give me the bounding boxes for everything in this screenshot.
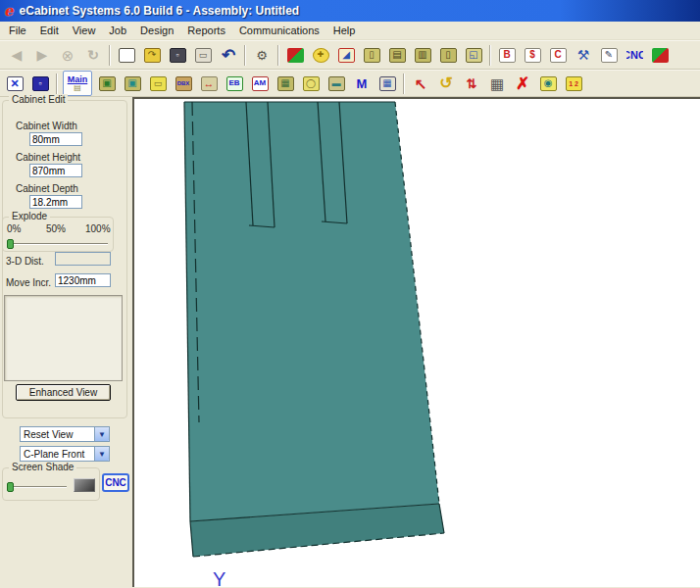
cnc-button[interactable]: CNC (102, 473, 129, 492)
cabinet-width-input[interactable] (29, 132, 82, 146)
screen-shade-slider-track[interactable] (8, 486, 67, 488)
report-cutlist-button[interactable]: C (545, 43, 571, 67)
toolbar-separator (244, 45, 246, 66)
undo-button[interactable]: ↶ (216, 43, 241, 67)
enhanced-view-button[interactable]: Enhanced View (16, 384, 111, 401)
menu-file[interactable]: File (2, 23, 33, 38)
mirror-tool-button[interactable]: ⇅ (459, 72, 484, 95)
molding-editor-button[interactable]: ◢ (333, 43, 359, 67)
dbx-export-button[interactable]: DBX (171, 72, 196, 95)
report-bid-button[interactable]: B (494, 43, 520, 67)
screen-shade-groupbox: Screen Shade (2, 467, 100, 501)
report-cost-icon: $ (529, 50, 535, 60)
cabinet-depth-input[interactable] (29, 195, 82, 209)
face-frame-button[interactable]: ▦ (273, 72, 298, 95)
edge-banding-icon: EB (228, 79, 239, 87)
board-stock-button[interactable]: ▬ (324, 72, 349, 95)
cnc-output-button[interactable]: CNC (622, 43, 647, 67)
cabinet-tall-button[interactable]: ▯ (435, 43, 461, 67)
screen-shade-slider-thumb[interactable] (7, 482, 14, 492)
nav-forward-button[interactable]: ▶ (29, 43, 55, 67)
job-notes-button[interactable]: ✎ (596, 43, 622, 67)
snap-pointer-button[interactable]: ↖ (408, 72, 433, 95)
menu-reports[interactable]: Reports (180, 23, 232, 38)
snapshot-icon: ◉ (544, 78, 553, 88)
measure-ruler-icon: 1 2 (569, 80, 578, 87)
menu-view[interactable]: View (66, 23, 103, 38)
grid-snap-button[interactable]: ▦ (484, 72, 510, 95)
custom-machining-button[interactable]: M (349, 72, 375, 95)
report-cutlist-icon: C (554, 50, 561, 60)
snapshot-button[interactable]: ◉ (535, 72, 561, 95)
cabinet-height-input[interactable] (29, 164, 82, 177)
assembly-manager-icon: AM (254, 79, 266, 87)
nav-refresh-button[interactable]: ↻ (80, 43, 106, 67)
cplane-select[interactable]: C-Plane Front ▼ (20, 446, 110, 462)
open-folder-button[interactable]: ↷ (139, 43, 165, 67)
nav-forward-icon: ▶ (37, 48, 48, 62)
viewport-3d[interactable]: Y (132, 97, 700, 587)
point-editor-button[interactable]: ✚ (308, 43, 333, 67)
toolbar-separator (109, 45, 111, 66)
materials-button[interactable] (282, 43, 308, 67)
cabinet-height-label: Cabinet Height (16, 152, 80, 163)
explode-tick-100: 100% (85, 223, 111, 234)
cabinet-pair-button[interactable]: ▥ (410, 43, 435, 67)
close-view-button[interactable]: ✕ (2, 72, 27, 95)
report-cost-button[interactable]: $ (520, 43, 545, 67)
menu-help[interactable]: Help (326, 23, 363, 38)
assembly-cabinet-button[interactable]: ▣ (94, 72, 120, 95)
machine-setup-button[interactable] (647, 43, 673, 67)
3d-dist-input[interactable] (55, 252, 111, 266)
drawer-editor-button[interactable]: ▭ (145, 72, 171, 95)
delete-tool-button[interactable]: ✗ (510, 72, 535, 95)
explode-tick-50: 50% (46, 223, 66, 234)
3d-dist-label: 3-D Dist. (6, 256, 44, 267)
menu-edit[interactable]: Edit (33, 23, 66, 38)
screen-shade-label: Screen Shade (9, 462, 76, 472)
room-layout-button[interactable]: ◱ (461, 43, 486, 67)
cplane-select-value: C-Plane Front (24, 449, 84, 460)
new-file-button[interactable] (114, 43, 139, 67)
toolbar-separator (56, 74, 58, 94)
undo-icon: ↶ (222, 48, 235, 63)
rotate-view-button[interactable]: ↺ (433, 72, 459, 95)
cabinet-editor-button[interactable]: ▤ (384, 43, 410, 67)
nav-back-icon: ◀ (12, 48, 23, 62)
toolbar-separator (277, 45, 279, 66)
assembly-manager-button[interactable]: AM (247, 72, 273, 95)
board-dimensions-button[interactable]: ↔ (196, 72, 222, 95)
cabinet-tall-icon: ▯ (445, 50, 451, 60)
panel-face (184, 102, 439, 521)
panel-properties-button[interactable]: ▦ (375, 72, 400, 95)
edge-banding-button[interactable]: EB (222, 72, 247, 95)
display-options-button[interactable]: ⚙ (249, 43, 275, 67)
save-file-button[interactable]: ▫ (165, 43, 190, 67)
nav-cancel-button[interactable]: ⊗ (55, 43, 80, 67)
view-select-value: Reset View (24, 429, 73, 440)
chevron-down-icon[interactable]: ▼ (94, 427, 109, 441)
nav-back-button[interactable]: ◀ (4, 43, 29, 67)
shade-swatch[interactable] (74, 478, 95, 492)
main-view-button[interactable]: Main▤ (63, 71, 92, 96)
chevron-down-icon[interactable]: ▼ (94, 447, 109, 461)
print-button[interactable]: ▭ (190, 43, 216, 67)
menu-design[interactable]: Design (133, 23, 180, 38)
measure-tools-button[interactable]: ⚒ (571, 43, 596, 67)
measure-ruler-button[interactable]: 1 2 (561, 72, 586, 95)
selection-listbox[interactable] (4, 295, 123, 381)
cabinet-edit-panel: Cabinet Edit Cabinet Width Cabinet Heigh… (0, 97, 132, 587)
room-layout-icon: ◱ (469, 50, 477, 60)
move-incr-input[interactable] (55, 273, 111, 287)
cabinet-interior-button[interactable]: ▣ (120, 72, 145, 95)
explode-slider-thumb[interactable] (7, 239, 14, 249)
view-select[interactable]: Reset View ▼ (20, 426, 110, 442)
door-style-button[interactable]: ◯ (298, 72, 324, 95)
save-assembly-button[interactable]: ▫ (27, 72, 53, 95)
cabinet-pair-icon: ▥ (418, 50, 426, 60)
dbx-export-icon: DBX (177, 80, 190, 86)
door-editor-button[interactable]: ▯ (359, 43, 384, 67)
menu-job[interactable]: Job (102, 23, 133, 38)
explode-slider-track[interactable] (8, 243, 108, 245)
menu-communications[interactable]: Communications (232, 23, 326, 38)
